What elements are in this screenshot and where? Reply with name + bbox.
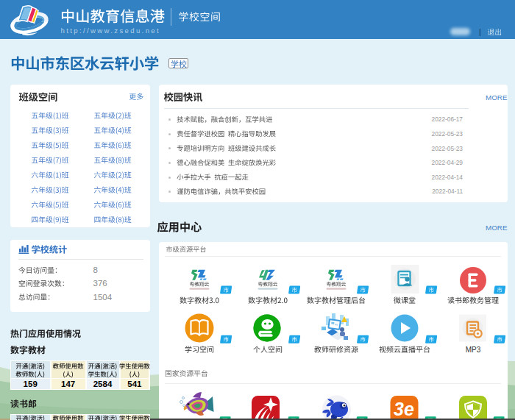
- svg-text:2022-04-29: 2022-04-29: [432, 159, 464, 166]
- svg-text:2022-06-17: 2022-06-17: [432, 115, 464, 123]
- svg-text:MORE: MORE: [486, 224, 508, 232]
- svg-text:2022-04-14: 2022-04-14: [432, 174, 464, 181]
- svg-text:MP3: MP3: [466, 346, 481, 354]
- svg-text:2584: 2584: [93, 380, 113, 388]
- svg-text:541: 541: [127, 380, 142, 388]
- svg-text:3e: 3e: [394, 399, 414, 419]
- svg-text:|: |: [479, 27, 481, 36]
- svg-text:376: 376: [93, 279, 107, 288]
- svg-text:8: 8: [93, 266, 98, 274]
- svg-text:MORE: MORE: [486, 93, 508, 102]
- svg-text:159: 159: [24, 380, 38, 388]
- svg-text:http://www.zsedu.net: http://www.zsedu.net: [61, 26, 161, 35]
- svg-text:1504: 1504: [93, 293, 113, 302]
- svg-text:2022-04-11: 2022-04-11: [432, 188, 463, 195]
- svg-text:2022-05-23: 2022-05-23: [432, 130, 464, 138]
- svg-text:2022-05-23: 2022-05-23: [432, 145, 464, 152]
- svg-text:147: 147: [61, 380, 75, 388]
